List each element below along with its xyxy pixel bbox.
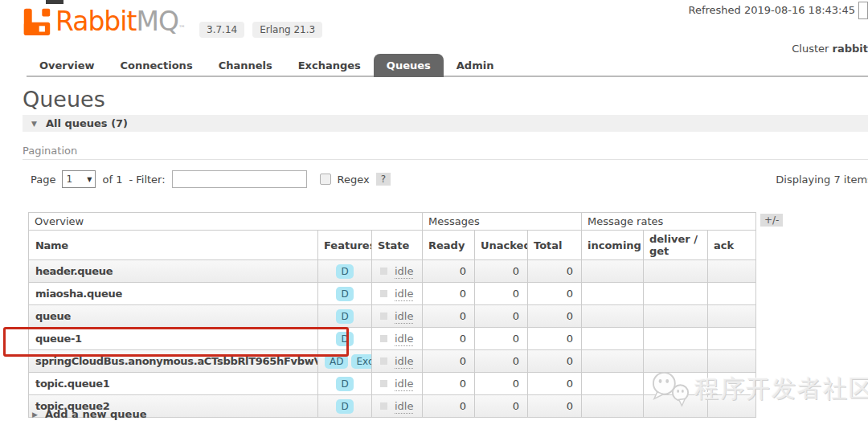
- feature-badge-d: D: [336, 264, 353, 279]
- queue-features: ADExcl: [318, 350, 372, 373]
- screen-artifact: [46, 0, 63, 4]
- queue-state: idle: [372, 260, 423, 283]
- column-header-total[interactable]: Total: [528, 231, 582, 260]
- queue-row[interactable]: queue-1 D idle 0 0 0: [29, 328, 756, 350]
- feature-badge-excl: Excl: [351, 354, 371, 369]
- incoming-rate: [582, 373, 644, 395]
- incoming-rate: [582, 395, 644, 418]
- total-count: 0: [528, 350, 582, 373]
- queue-features: D: [318, 328, 372, 350]
- state-label: idle: [395, 333, 413, 346]
- all-queues-toggle-label: All queues (7): [46, 117, 128, 129]
- tab-channels[interactable]: Channels: [206, 54, 285, 77]
- tab-overview[interactable]: Overview: [27, 54, 108, 77]
- tab-admin[interactable]: Admin: [444, 54, 507, 77]
- brand-rabbit: Rabbit: [55, 6, 136, 37]
- unacked-count: 0: [475, 373, 528, 395]
- watermark-text: 程序开发者社区: [694, 373, 868, 406]
- queue-row[interactable]: springCloudBus.anonymous.aCTsbbRlT965hFv…: [29, 350, 756, 373]
- feature-badge-d: D: [336, 332, 353, 346]
- table-column-header-row: Name Features State Ready Unacked Total …: [29, 231, 756, 260]
- column-header-ready[interactable]: Ready: [423, 231, 475, 260]
- total-count: 0: [528, 373, 582, 395]
- refreshed-timestamp: Refreshed 2019-08-16 18:43:45: [688, 4, 855, 16]
- version-badges: 3.7.14 Erlang 21.3: [199, 22, 322, 38]
- total-count: 0: [528, 328, 582, 350]
- queue-row[interactable]: queue D idle 0 0 0: [29, 305, 756, 328]
- unacked-count: 0: [475, 350, 528, 373]
- deliver-get-rate: [644, 328, 708, 350]
- column-header-unacked[interactable]: Unacked: [475, 231, 528, 260]
- ready-count: 0: [423, 305, 475, 328]
- state-indicator-icon: [380, 357, 387, 365]
- pagination-controls: Page 1 ▼ of 1 - Filter: Regex ?: [31, 170, 391, 188]
- page-select[interactable]: 1 ▼: [62, 170, 96, 188]
- add-queue-label: Add a new queue: [45, 408, 147, 420]
- queue-row[interactable]: header.queue D idle 0 0 0: [29, 260, 756, 283]
- filter-input[interactable]: [172, 170, 307, 188]
- column-header-name[interactable]: Name: [29, 231, 318, 260]
- cluster-info: Cluster rabbit: [792, 43, 868, 55]
- unacked-count: 0: [475, 305, 528, 328]
- deliver-get-rate: [644, 305, 708, 328]
- queue-row[interactable]: miaosha.queue D idle 0 0 0: [29, 283, 756, 305]
- displaying-count: Displaying 7 items: [776, 174, 868, 186]
- incoming-rate: [582, 328, 644, 350]
- column-header-incoming[interactable]: incoming: [582, 231, 644, 260]
- incoming-rate: [582, 283, 644, 305]
- select-arrow-icon: ▼: [87, 176, 92, 183]
- brand-mq: MQ: [136, 6, 178, 37]
- ready-count: 0: [423, 283, 475, 305]
- of-label: of 1: [102, 174, 122, 186]
- incoming-rate: [582, 260, 644, 283]
- queue-name[interactable]: miaosha.queue: [35, 288, 122, 300]
- deliver-get-rate: [644, 260, 708, 283]
- queue-name[interactable]: springCloudBus.anonymous.aCTsbbRlT965hFv…: [35, 355, 318, 367]
- queue-name[interactable]: header.queue: [35, 265, 113, 277]
- queue-state: idle: [372, 305, 423, 328]
- ready-count: 0: [423, 260, 475, 283]
- queue-table-body: header.queue D idle 0 0 0 miaosha.queue …: [29, 260, 756, 418]
- regex-checkbox[interactable]: [320, 174, 331, 185]
- column-header-deliver-get[interactable]: deliver / get: [644, 231, 708, 260]
- queue-row[interactable]: topic.queue1 D idle 0 0 0: [29, 373, 756, 395]
- tab-connections[interactable]: Connections: [108, 54, 206, 77]
- tab-queues[interactable]: Queues: [374, 54, 444, 77]
- queue-state: idle: [372, 395, 423, 418]
- column-header-features[interactable]: Features: [318, 231, 372, 260]
- state-indicator-icon: [380, 380, 387, 387]
- unacked-count: 0: [475, 283, 528, 305]
- queue-name[interactable]: queue: [35, 310, 71, 322]
- state-label: idle: [395, 310, 413, 324]
- column-header-state[interactable]: State: [372, 231, 423, 260]
- all-queues-toggle[interactable]: ▼ All queues (7): [23, 115, 868, 132]
- refresh-control-partial[interactable]: [858, 2, 868, 19]
- queue-features: D: [318, 283, 372, 305]
- ready-count: 0: [423, 395, 475, 418]
- tab-exchanges[interactable]: Exchanges: [285, 54, 374, 77]
- group-header-message-rates: Message rates: [582, 213, 756, 231]
- page-title: Queues: [23, 87, 105, 112]
- queue-name[interactable]: topic.queue1: [35, 378, 109, 390]
- state-label: idle: [395, 355, 413, 369]
- pagination-divider: [23, 159, 868, 160]
- rabbitmq-logo[interactable]: RabbitMQ™: [23, 5, 185, 45]
- erlang-version-badge: Erlang 21.3: [252, 22, 322, 38]
- regex-label: Regex: [338, 174, 370, 186]
- page-select-value: 1: [66, 174, 72, 185]
- queue-name[interactable]: queue-1: [35, 333, 82, 345]
- state-label: idle: [395, 378, 413, 391]
- page-label: Page: [31, 174, 55, 186]
- column-header-ack[interactable]: ack: [708, 231, 756, 260]
- group-header-messages: Messages: [423, 213, 582, 231]
- feature-badge-d: D: [336, 287, 353, 301]
- feature-badge-d: D: [336, 309, 353, 324]
- total-count: 0: [528, 305, 582, 328]
- total-count: 0: [528, 283, 582, 305]
- incoming-rate: [582, 305, 644, 328]
- add-queue-toggle[interactable]: ▶ Add a new queue: [32, 408, 146, 420]
- column-toggle-badge[interactable]: +/-: [760, 214, 783, 227]
- unacked-count: 0: [475, 395, 528, 418]
- regex-help-badge[interactable]: ?: [376, 173, 391, 186]
- ack-rate: [708, 283, 756, 305]
